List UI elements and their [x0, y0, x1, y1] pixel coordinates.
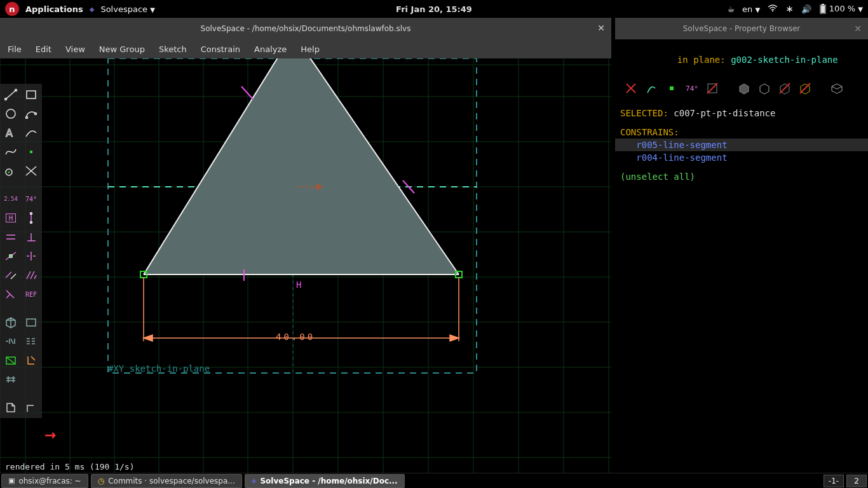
menu-view[interactable]: View	[65, 44, 85, 54]
tool-bezier[interactable]	[1, 144, 20, 160]
menu-help[interactable]: Help	[301, 44, 320, 54]
task-terminal[interactable]: ▣ ohsix@fracas: ~	[1, 474, 88, 488]
volume-icon[interactable]: 🔊	[801, 4, 811, 14]
tool-export-2[interactable]	[22, 399, 41, 416]
dimension-value[interactable]: 40.00	[276, 332, 315, 342]
tool-parallel[interactable]	[1, 229, 20, 245]
tool-view-iso[interactable]	[1, 314, 20, 330]
close-icon[interactable]: ✕	[854, 24, 862, 34]
svg-point-63	[31, 213, 32, 215]
menu-analyze[interactable]: Analyze	[254, 44, 287, 54]
tool-split[interactable]	[22, 163, 41, 179]
svg-rect-78	[27, 319, 36, 326]
tool-other-constr[interactable]	[1, 286, 20, 302]
tool-perpendicular[interactable]	[22, 229, 41, 245]
solvespace-main-window: SolveSpace - /home/ohsix/Documents/ohmsl…	[0, 18, 611, 473]
current-app-menu[interactable]: Solvespace ▼	[100, 4, 155, 14]
canvas[interactable]: 40.00 H #XY sketch-in-plane → A 2.54 74°…	[0, 58, 611, 473]
tool-symmetric[interactable]	[22, 248, 41, 264]
battery-indicator[interactable]: 100 % ▼	[819, 4, 863, 15]
tool-show-constraints[interactable]	[22, 352, 41, 369]
tool-line[interactable]	[1, 86, 20, 103]
tool-show-edges[interactable]	[1, 352, 20, 369]
svg-rect-52	[27, 91, 36, 98]
close-icon[interactable]: ✕	[597, 23, 605, 33]
pi-7[interactable]	[757, 81, 771, 95]
svg-point-0	[772, 10, 773, 11]
tool-equal[interactable]	[1, 267, 20, 283]
tool-same-orient[interactable]	[22, 267, 41, 283]
property-browser-window: SolveSpace - Property Browser ✕ in plane…	[615, 18, 868, 473]
prop-constrains-label: CONSTRAINS:	[615, 126, 868, 139]
svg-marker-48	[450, 335, 459, 341]
gnome-top-bar: n Applications ◆ Solvespace ▼ Fri Jan 20…	[0, 0, 868, 18]
clock[interactable]: Fri Jan 20, 15:49	[396, 4, 472, 14]
prop-title-text: SolveSpace - Property Browser	[683, 24, 801, 33]
pi-6[interactable]	[737, 81, 751, 95]
svg-point-53	[6, 109, 15, 118]
prop-selected: SELECTED: c007-pt-pt-distance	[615, 107, 868, 119]
tool-horizontal[interactable]: H	[6, 214, 16, 222]
status-line: rendered in 5 ms (190 1/s)	[5, 462, 135, 471]
constrain-item-1[interactable]: r004-line-segment	[615, 151, 868, 164]
svg-rect-2	[822, 4, 824, 5]
menu-edit[interactable]: Edit	[36, 44, 51, 54]
svg-line-37	[241, 86, 253, 99]
tool-tangent-arc[interactable]	[22, 125, 41, 141]
wifi-icon[interactable]	[768, 4, 778, 14]
task-solvespace[interactable]: ◆ SolveSpace - /home/ohsix/Doc...	[245, 474, 405, 488]
pi-3[interactable]	[665, 81, 679, 95]
svg-rect-57	[30, 151, 32, 153]
activities-icon[interactable]: n	[5, 2, 19, 16]
tool-view-3[interactable]	[1, 371, 20, 388]
red-arrow-icon: →	[44, 427, 56, 443]
pi-4[interactable]: 74°	[685, 81, 699, 95]
pi-5[interactable]	[705, 81, 719, 95]
svg-rect-3	[821, 6, 825, 13]
menu-constrain[interactable]: Constrain	[201, 44, 240, 54]
pi-8[interactable]	[778, 81, 792, 95]
constrain-item-0[interactable]: r005-line-segment	[615, 139, 868, 151]
workspace-1[interactable]: -1-	[824, 475, 844, 487]
tool-ref[interactable]: REF	[22, 286, 41, 302]
task-browser[interactable]: ◷ Commits · solvespace/solvespa...	[91, 474, 242, 488]
applications-menu[interactable]: Applications	[25, 4, 83, 14]
taskbar: ▣ ohsix@fracas: ~ ◷ Commits · solvespace…	[0, 473, 868, 488]
tool-text[interactable]: A	[1, 125, 20, 141]
menu-new-group[interactable]: New Group	[99, 44, 145, 54]
tool-circle[interactable]	[1, 105, 20, 122]
svg-marker-33	[144, 58, 459, 274]
tool-angle[interactable]: 74°	[22, 191, 41, 207]
prop-titlebar[interactable]: SolveSpace - Property Browser ✕	[615, 18, 868, 39]
tool-point[interactable]	[22, 144, 41, 160]
tool-arc[interactable]	[22, 105, 41, 122]
language-indicator[interactable]: en ▼	[742, 4, 760, 14]
coffee-icon[interactable]: ☕	[727, 4, 735, 14]
workspace-2[interactable]: 2	[846, 475, 867, 487]
pi-1[interactable]	[624, 81, 638, 95]
separator-icon: ◆	[90, 6, 95, 13]
solvespace-icon: ◆	[252, 477, 257, 484]
menu-file[interactable]: File	[8, 44, 22, 54]
tool-vertical[interactable]	[22, 210, 41, 226]
tool-view-workplane[interactable]	[22, 314, 41, 330]
tool-view-2[interactable]	[22, 333, 41, 349]
svg-point-59	[8, 172, 10, 173]
tool-construction[interactable]	[1, 163, 20, 179]
tool-rectangle[interactable]	[22, 86, 41, 103]
prop-in-plane: in plane: g002-sketch-in-plane	[615, 43, 868, 76]
bluetooth-icon[interactable]: ∗	[785, 3, 794, 15]
tool-pt-on-line[interactable]	[1, 248, 20, 264]
tool-view-1[interactable]	[1, 333, 20, 349]
pi-2[interactable]	[644, 81, 658, 95]
menu-sketch[interactable]: Sketch	[159, 44, 187, 54]
tool-export-1[interactable]	[1, 399, 20, 416]
terminal-icon: ▣	[8, 477, 15, 485]
pi-9[interactable]	[798, 81, 812, 95]
svg-line-74	[6, 272, 11, 278]
pi-10[interactable]	[830, 81, 844, 95]
main-titlebar[interactable]: SolveSpace - /home/ohsix/Documents/ohmsl…	[0, 18, 611, 39]
workplane-label: #XY sketch-in-plane	[108, 363, 210, 374]
tool-distance[interactable]: 2.54	[1, 191, 20, 207]
unselect-all[interactable]: (unselect all)	[615, 170, 868, 183]
